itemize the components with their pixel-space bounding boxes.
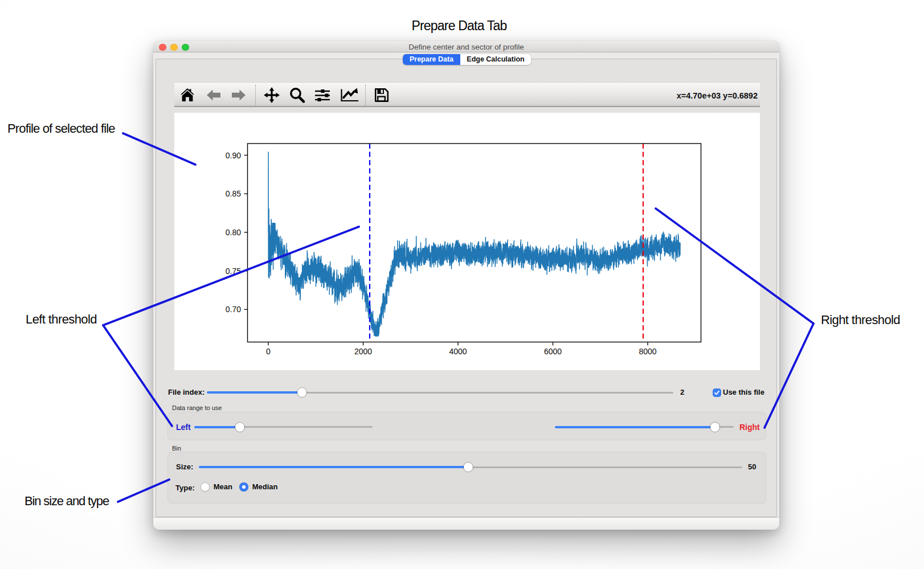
- svg-text:0.85: 0.85: [226, 189, 241, 198]
- svg-text:0: 0: [266, 347, 271, 356]
- svg-text:6000: 6000: [544, 347, 562, 356]
- svg-text:0.75: 0.75: [226, 267, 241, 276]
- svg-text:0.90: 0.90: [226, 151, 241, 160]
- svg-text:8000: 8000: [639, 347, 656, 356]
- svg-text:0.70: 0.70: [226, 305, 241, 314]
- svg-text:4000: 4000: [449, 347, 467, 356]
- svg-text:0.80: 0.80: [226, 228, 241, 237]
- svg-text:2000: 2000: [354, 347, 372, 356]
